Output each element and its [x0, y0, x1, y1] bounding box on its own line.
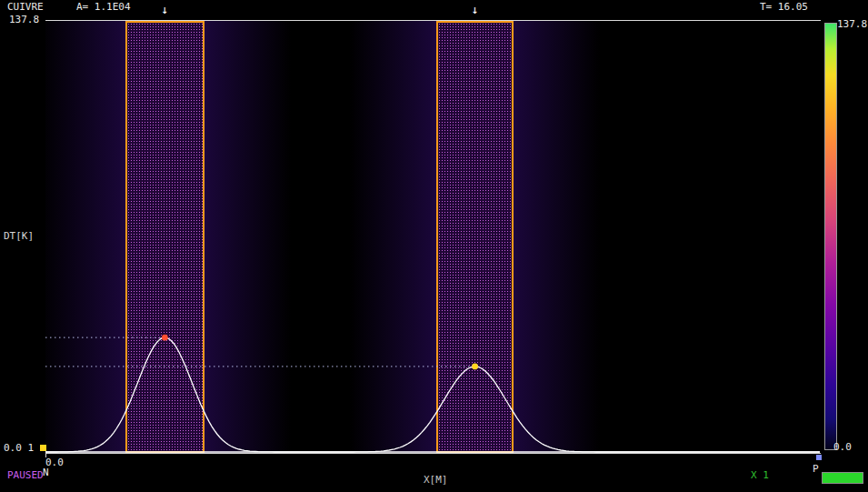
colorbar-min-label: 0.0 [833, 442, 852, 453]
material-label: CUIVRE [7, 2, 44, 13]
temperature-profile-chart [45, 21, 821, 453]
peak-marker [472, 364, 478, 370]
speed-indicator[interactable]: X 1 [751, 470, 769, 481]
source-amplitude-readout: A= 1.1E04 [76, 2, 131, 13]
right-boundary-label: P [813, 464, 819, 475]
y-axis-max-label: 137.8 [9, 15, 39, 25]
progress-bar-fill [823, 473, 863, 483]
plot-area [45, 20, 821, 454]
left-boundary-label: N [43, 467, 49, 478]
temperature-curve [45, 337, 820, 452]
temperature-curve [45, 366, 820, 452]
heat-source-position-arrow[interactable]: ↓ [472, 4, 479, 16]
simulation-time-readout: T= 16.05 [760, 2, 808, 13]
colorbar-max-label: 137.8 [837, 19, 867, 30]
y-axis-label: DT[K] [4, 231, 34, 242]
axis-origin-handle[interactable] [40, 445, 46, 451]
y-axis-min-label: 0.0 1 [4, 443, 34, 454]
axis-end-handle[interactable] [816, 455, 822, 460]
x-axis-label: X[M] [424, 475, 448, 486]
progress-bar [822, 472, 863, 484]
peak-marker [162, 335, 168, 341]
heat-source-position-arrow[interactable]: ↓ [161, 4, 168, 16]
status-paused: PAUSED [7, 470, 44, 481]
temperature-colorbar [824, 23, 837, 450]
